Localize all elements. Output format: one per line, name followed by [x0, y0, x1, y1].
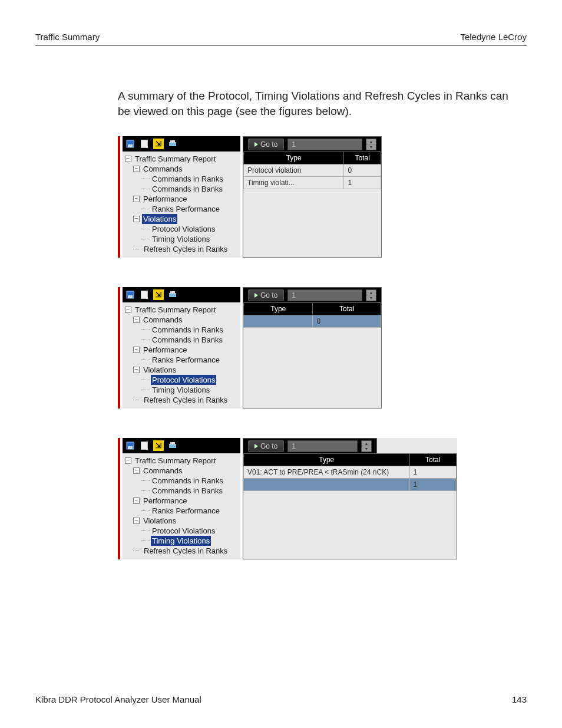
- stepper[interactable]: ▲▼: [361, 440, 372, 452]
- col-type[interactable]: Type: [244, 454, 410, 466]
- print-icon[interactable]: [167, 440, 178, 451]
- tree-performance[interactable]: Performance: [142, 345, 188, 355]
- tree-commands-banks[interactable]: Commands in Banks: [151, 184, 224, 194]
- table-row: 0: [244, 315, 381, 328]
- expand-icon[interactable]: ⇲: [153, 289, 164, 300]
- table-row: 1: [244, 479, 457, 491]
- tree-commands-banks[interactable]: Commands in Banks: [151, 486, 224, 496]
- col-total[interactable]: Total: [409, 454, 456, 466]
- goto-button[interactable]: Go to: [248, 440, 284, 452]
- accent-bar: [118, 136, 120, 258]
- footer-page-number: 143: [512, 694, 527, 704]
- left-toolbar: ⇲: [123, 287, 240, 302]
- tree-refresh-cycles[interactable]: Refresh Cycles in Ranks: [143, 244, 229, 254]
- save-icon[interactable]: [125, 440, 135, 451]
- tree-panel: ⇲ −Traffic Summary Report −Commands Comm…: [123, 438, 240, 559]
- goto-button[interactable]: Go to: [248, 289, 284, 301]
- tree-timing-violations[interactable]: Timing Violations: [151, 536, 211, 546]
- svg-rect-11: [128, 446, 133, 449]
- tree-protocol-violations[interactable]: Protocol Violations: [151, 375, 216, 385]
- tree-root[interactable]: Traffic Summary Report: [134, 456, 217, 466]
- col-type[interactable]: Type: [244, 152, 344, 164]
- collapse-icon[interactable]: −: [133, 518, 140, 524]
- collapse-icon[interactable]: −: [125, 307, 131, 313]
- stepper[interactable]: ▲▼: [366, 139, 376, 150]
- tree-commands-ranks[interactable]: Commands in Ranks: [151, 476, 224, 486]
- protocol-violations-table: TypeTotal 0: [243, 302, 381, 328]
- goto-button[interactable]: Go to: [248, 139, 284, 150]
- tree-panel: ⇲ −Traffic Summary Report −Commands Comm…: [123, 287, 240, 409]
- document-icon[interactable]: [139, 139, 150, 149]
- svg-rect-4: [170, 140, 175, 143]
- collapse-icon[interactable]: −: [125, 156, 131, 162]
- page-header-right: Teledyne LeCroy: [460, 32, 527, 42]
- chevron-up-icon: ▲: [366, 139, 376, 145]
- collapse-icon[interactable]: −: [133, 347, 140, 353]
- svg-rect-1: [128, 144, 133, 147]
- tree-refresh-cycles[interactable]: Refresh Cycles in Ranks: [143, 546, 229, 556]
- expand-icon[interactable]: ⇲: [153, 440, 164, 451]
- document-icon[interactable]: [139, 289, 150, 300]
- left-toolbar: ⇲: [123, 438, 240, 453]
- document-icon[interactable]: [139, 440, 150, 451]
- collapse-icon[interactable]: −: [133, 216, 140, 222]
- tree-ranks-performance[interactable]: Ranks Performance: [151, 204, 221, 214]
- col-total[interactable]: Total: [344, 152, 381, 164]
- stepper[interactable]: ▲▼: [366, 289, 376, 301]
- arrow-right-icon: [254, 293, 258, 298]
- footer-left: Kibra DDR Protocol Analyzer User Manual: [35, 694, 201, 704]
- save-icon[interactable]: [125, 139, 135, 149]
- table-row: Timing violati...1: [244, 177, 381, 189]
- print-icon[interactable]: [167, 289, 178, 300]
- svg-rect-12: [141, 442, 148, 450]
- tree-commands[interactable]: Commands: [142, 466, 183, 476]
- svg-rect-7: [141, 291, 148, 299]
- tree-commands-ranks[interactable]: Commands in Ranks: [151, 174, 224, 184]
- arrow-right-icon: [254, 444, 258, 449]
- tree-protocol-violations[interactable]: Protocol Violations: [151, 224, 216, 234]
- tree-commands[interactable]: Commands: [142, 315, 183, 325]
- tree-performance[interactable]: Performance: [142, 194, 188, 204]
- tree-commands-banks[interactable]: Commands in Banks: [151, 335, 224, 345]
- tree-protocol-violations[interactable]: Protocol Violations: [151, 526, 216, 536]
- tree-violations[interactable]: Violations: [142, 365, 177, 375]
- tree-commands[interactable]: Commands: [142, 164, 183, 174]
- goto-input[interactable]: 1: [287, 440, 358, 452]
- tree-root[interactable]: Traffic Summary Report: [134, 305, 217, 315]
- expand-icon[interactable]: ⇲: [153, 139, 164, 149]
- tree-timing-violations[interactable]: Timing Violations: [151, 234, 211, 244]
- save-icon[interactable]: [125, 289, 135, 300]
- chevron-down-icon: ▼: [362, 446, 371, 452]
- timing-violations-table: TypeTotal V01: ACT to PRE/PREA < tRASmin…: [243, 453, 457, 491]
- tree-ranks-performance[interactable]: Ranks Performance: [151, 506, 221, 516]
- arrow-right-icon: [254, 142, 258, 147]
- tree-ranks-performance[interactable]: Ranks Performance: [151, 355, 221, 365]
- svg-rect-6: [128, 295, 133, 298]
- goto-input[interactable]: 1: [287, 139, 362, 150]
- violations-table: TypeTotal Protocol violation0 Timing vio…: [243, 151, 381, 189]
- goto-input[interactable]: 1: [287, 289, 362, 301]
- collapse-icon[interactable]: −: [133, 367, 140, 373]
- chevron-up-icon: ▲: [362, 441, 371, 447]
- tree-violations[interactable]: Violations: [142, 214, 177, 224]
- tree-root[interactable]: Traffic Summary Report: [134, 154, 217, 164]
- collapse-icon[interactable]: −: [133, 166, 140, 172]
- print-icon[interactable]: [167, 139, 178, 149]
- collapse-icon[interactable]: −: [133, 317, 140, 323]
- tree-violations[interactable]: Violations: [142, 516, 177, 526]
- collapse-icon[interactable]: −: [133, 467, 140, 474]
- tree-timing-violations[interactable]: Timing Violations: [151, 385, 211, 395]
- col-total[interactable]: Total: [313, 303, 381, 315]
- collapse-icon[interactable]: −: [133, 498, 140, 504]
- intro-paragraph: A summary of the Protocol, Timing Violat…: [118, 88, 518, 118]
- tree-performance[interactable]: Performance: [142, 496, 188, 506]
- table-row: Protocol violation0: [244, 164, 381, 177]
- tree-panel: ⇲ −Traffic Summary Report −Commands Comm…: [123, 136, 240, 258]
- tree-commands-ranks[interactable]: Commands in Ranks: [151, 325, 224, 335]
- collapse-icon[interactable]: −: [125, 457, 131, 464]
- col-type[interactable]: Type: [244, 303, 313, 315]
- tree-refresh-cycles[interactable]: Refresh Cycles in Ranks: [143, 395, 229, 405]
- table-row: V01: ACT to PRE/PREA < tRASmin (24 nCK)1: [244, 466, 457, 479]
- collapse-icon[interactable]: −: [133, 196, 140, 202]
- svg-rect-8: [169, 293, 176, 297]
